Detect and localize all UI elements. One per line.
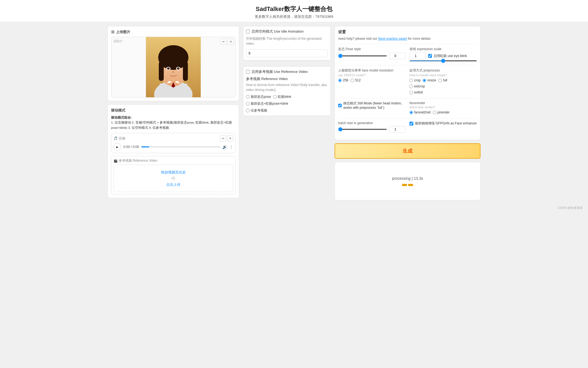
radio-extcrop-label[interactable]: extcrop xyxy=(414,84,425,88)
batch-size-control xyxy=(338,126,406,133)
ref-video-title: 🎬 参考视频 Reference Video xyxy=(114,158,233,163)
drive-mode-panel: 驱动模式 驱动模式组合: 1. 仅音频驱动 2. 音频/空闲模式 + 参考视频(… xyxy=(108,104,239,198)
remove-image-btn[interactable]: ✕ xyxy=(228,39,234,45)
processing-panel: processing | 13.3s xyxy=(335,162,480,200)
batch-size-value[interactable] xyxy=(389,126,406,133)
face-enhancer-checkbox[interactable] xyxy=(409,122,413,125)
face-model-preprocess-row: 人脸模型分辨率 face model resolution use 256/51… xyxy=(338,68,477,94)
svg-rect-6 xyxy=(159,62,164,81)
radio-512: 512 xyxy=(350,78,361,82)
facerender-block: facerender which face render? facevid2vi… xyxy=(409,101,477,114)
preprocess-title: 处理方式 preprocess xyxy=(409,68,477,73)
radio-extcrop-input[interactable] xyxy=(409,85,413,88)
face-model-block: 人脸模型分辨率 face model resolution use 256/51… xyxy=(338,68,406,94)
video-drop-zone[interactable]: 拖放视频至此处 -或- 点击上传 xyxy=(114,165,233,192)
radio-512-label[interactable]: 512 xyxy=(355,78,361,82)
idle-animation-checkbox[interactable] xyxy=(246,30,250,33)
radio-extfull-input[interactable] xyxy=(409,91,413,94)
ref-video-options-panel: 启用参考视频 Use Reference Video 参考视频 Referenc… xyxy=(243,66,331,116)
processing-text: processing | 13.3s xyxy=(392,176,423,181)
radio-pirender-label[interactable]: pirender xyxy=(437,110,450,114)
best-practice-link[interactable]: [best practice page] xyxy=(378,37,407,41)
portrait-image xyxy=(146,37,201,97)
more-options-icon[interactable]: ⋮ xyxy=(229,145,233,149)
pose-style-slider[interactable] xyxy=(338,55,387,56)
generate-button[interactable]: 生成 xyxy=(335,143,480,159)
radio-resize-input[interactable] xyxy=(423,79,426,82)
volume-icon[interactable]: 🔊 xyxy=(222,145,227,149)
expression-scale-label: 表情 expression scale xyxy=(409,47,477,52)
upload-panel-title: 🖼 上传图片 xyxy=(111,30,236,35)
radio-only-ref-label[interactable]: 仅参考视频 xyxy=(251,108,267,113)
svg-point-11 xyxy=(177,67,180,70)
audio-edit-btn[interactable]: ✏ xyxy=(220,135,226,141)
processing-spinner xyxy=(402,184,413,186)
radio-extfull-label[interactable]: extfull xyxy=(414,90,423,94)
upload-image-panel: 🖼 上传图片 源图片 xyxy=(108,26,239,101)
radio-pirender-input[interactable] xyxy=(433,111,436,114)
radio-crop-label[interactable]: crop xyxy=(414,78,420,82)
main-layout: 🖼 上传图片 源图片 xyxy=(102,22,486,204)
radio-blink[interactable] xyxy=(273,95,277,99)
drive-mode-desc: 驱动模式组合: 1. 仅音频驱动 2. 音频/空闲模式 + 参考视频(脸部姿态p… xyxy=(111,115,236,130)
idle-length-input[interactable] xyxy=(246,49,328,57)
play-btn[interactable]: ▶ xyxy=(114,143,121,151)
page-header: SadTalker数字人一键整合包 更多数字人相关的资源，请加交流群：78750… xyxy=(0,0,588,22)
radio-full-label[interactable]: full xyxy=(443,78,447,82)
help-text: need help? please visit our [best practi… xyxy=(338,37,477,41)
audio-progress-bar[interactable] xyxy=(141,146,220,147)
still-mode-label: 静态模式 Still Mode (fewer head motion, work… xyxy=(338,101,406,110)
radio-pose-label[interactable]: 脸部姿态pose xyxy=(251,95,271,99)
expression-scale-slider[interactable] xyxy=(409,60,477,61)
radio-pose-blink[interactable] xyxy=(246,102,250,105)
settings-panel: 设置 need help? please visit our [best pra… xyxy=(335,26,480,140)
face-res-radio-group: 256 512 xyxy=(338,78,406,82)
radio-pose[interactable] xyxy=(246,95,250,99)
eye-blink-checkbox[interactable] xyxy=(428,54,432,58)
face-model-subtitle: use 256/512 model? xyxy=(338,73,406,77)
ref-video-section: 🎬 参考视频 Reference Video 拖放视频至此处 -或- 点击上传 xyxy=(111,156,236,195)
still-mode-checkbox[interactable] xyxy=(338,104,342,107)
expression-scale-value[interactable] xyxy=(409,53,426,59)
audio-close-btn[interactable]: ✕ xyxy=(227,135,233,141)
audio-title: 🎵 音频 ✏ ✕ xyxy=(114,135,233,141)
idle-animation-label[interactable]: 启用空闲模式 Use Idle Animation xyxy=(251,29,304,34)
radio-facevid2vid-input[interactable] xyxy=(409,111,413,114)
batch-size-slider[interactable] xyxy=(338,129,387,130)
radio-full: full xyxy=(438,78,447,82)
ref-video-checkbox-row: 启用参考视频 Use Reference Video xyxy=(246,69,328,74)
radio-item-pose: 脸部姿态pose xyxy=(246,95,271,99)
face-enhancer-block: 脸部精细增强 GFPGAN as Face enhancer xyxy=(409,121,477,133)
radio-crop-input[interactable] xyxy=(409,79,413,82)
batch-size-block: batch size in generation xyxy=(338,121,406,133)
radio-pose-blink-label[interactable]: 脸部姿态+眨眼pose+blink xyxy=(251,101,288,106)
radio-extcrop: extcrop xyxy=(409,84,477,88)
ref-video-desc-label: 参考视频 Reference Video xyxy=(246,76,328,81)
ref-video-checkbox[interactable] xyxy=(246,70,250,74)
pose-expression-row: 姿态 Pose style 表情 expression scale 启用眨眼 u… xyxy=(338,47,477,61)
radio-full-input[interactable] xyxy=(438,79,442,82)
image-action-icons: ✏ ✕ xyxy=(220,39,234,45)
radio-blink-label[interactable]: 眨眼blink xyxy=(278,95,291,99)
radio-256-label[interactable]: 256 xyxy=(343,78,348,82)
still-mode-block: 静态模式 Still Mode (fewer head motion, work… xyxy=(338,101,406,114)
source-label: 源图片 xyxy=(114,39,123,43)
spinner-bar-2 xyxy=(408,184,413,186)
radio-resize-label[interactable]: resize xyxy=(427,78,436,82)
ref-video-label[interactable]: 启用参考视频 Use Reference Video xyxy=(251,69,308,74)
radio-only-ref[interactable] xyxy=(246,109,250,112)
pose-style-value[interactable] xyxy=(389,53,406,59)
radio-256-input[interactable] xyxy=(338,79,342,82)
image-upload-area[interactable]: 源图片 xyxy=(111,37,236,98)
still-facerender-row: 静态模式 Still Mode (fewer head motion, work… xyxy=(338,101,477,114)
footer-watermark: CSDN @知者者逍 xyxy=(0,204,588,212)
edit-image-btn[interactable]: ✏ xyxy=(220,39,227,45)
audio-progress-fill xyxy=(141,146,149,147)
preprocess-block: 处理方式 preprocess How to handle input imag… xyxy=(409,68,477,94)
preprocess-radio-group: crop resize full extcrop xyxy=(409,78,477,94)
face-model-title: 人脸模型分辨率 face model resolution xyxy=(338,68,406,73)
radio-facevid2vid-label[interactable]: facevid2vid xyxy=(414,110,431,114)
radio-512-input[interactable] xyxy=(350,79,354,82)
pose-style-item: 姿态 Pose style xyxy=(338,47,406,61)
music-icon: 🎵 xyxy=(114,136,118,140)
